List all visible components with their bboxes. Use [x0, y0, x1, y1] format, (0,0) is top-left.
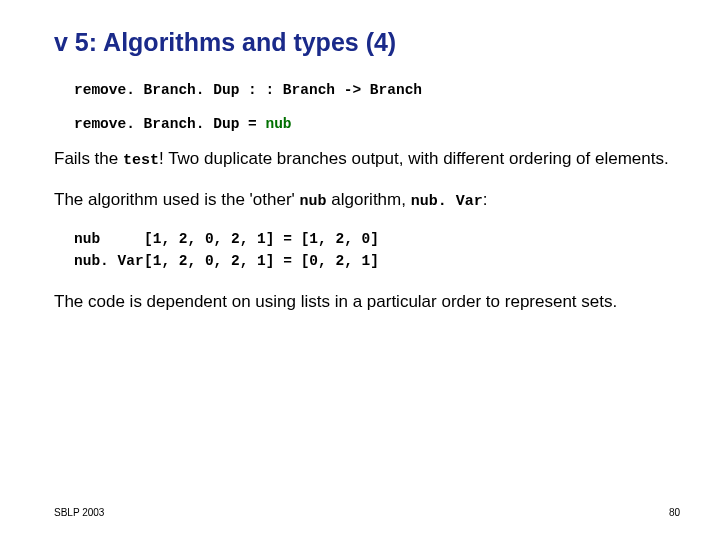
p1-mono: test — [123, 152, 159, 169]
eq2-arg: [1, 2, 0, 2, 1] = [0, 2, 1] — [144, 253, 379, 269]
eq1-arg: [1, 2, 0, 2, 1] = [1, 2, 0] — [144, 231, 379, 247]
p2-mono1: nub — [300, 193, 327, 210]
eq1-fn: nub — [74, 231, 144, 247]
footer-left: SBLP 2003 — [54, 507, 104, 518]
slide-title: v 5: Algorithms and types (4) — [54, 28, 680, 57]
code-def-rhs: nub — [265, 116, 291, 132]
equation-nub: nub[1, 2, 0, 2, 1] = [1, 2, 0] — [74, 231, 680, 247]
paragraph-3: The code is dependent on using lists in … — [54, 291, 680, 314]
paragraph-1: Fails the test! Two duplicate branches o… — [54, 148, 680, 171]
p2-mono2: nub. Var — [411, 193, 483, 210]
p2-post: : — [483, 190, 488, 209]
p1-pre: Fails the — [54, 149, 123, 168]
p2-pre: The algorithm used is the 'other' — [54, 190, 300, 209]
equation-nubvar: nub. Var[1, 2, 0, 2, 1] = [0, 2, 1] — [74, 253, 680, 269]
slide: v 5: Algorithms and types (4) remove. Br… — [0, 0, 720, 540]
p2-mid: algorithm, — [327, 190, 411, 209]
code-definition: remove. Branch. Dup = nub — [74, 115, 680, 135]
code-signature: remove. Branch. Dup : : Branch -> Branch — [74, 81, 680, 101]
page-number: 80 — [669, 507, 680, 518]
eq2-fn: nub. Var — [74, 253, 144, 269]
p1-post: ! Two duplicate branches output, with di… — [159, 149, 669, 168]
paragraph-2: The algorithm used is the 'other' nub al… — [54, 189, 680, 212]
code-def-lhs: remove. Branch. Dup = — [74, 116, 265, 132]
footer: SBLP 2003 80 — [54, 507, 680, 518]
